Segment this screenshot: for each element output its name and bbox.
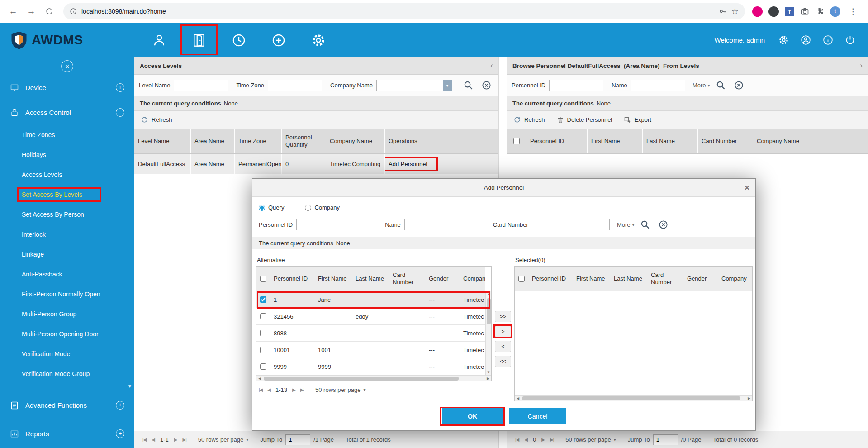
level-name-input[interactable]	[174, 80, 228, 91]
scroll-left-icon[interactable]: ◀	[256, 377, 263, 381]
search-icon[interactable]	[638, 217, 653, 232]
attendance-clock-module-icon[interactable]	[230, 31, 248, 49]
personnel-id-input[interactable]	[549, 80, 603, 91]
expand-toggle-icon[interactable]: +	[116, 83, 124, 92]
move-all-left-button[interactable]: <<	[495, 356, 511, 367]
sidebar-item-multi-person-group[interactable]: Multi-Person Group	[0, 304, 134, 324]
bookmark-star-icon[interactable]: ☆	[731, 6, 739, 16]
scroll-up-icon[interactable]: ▲	[487, 291, 490, 297]
sidebar-item-advanced-functions[interactable]: Advanced Functions +	[0, 393, 134, 418]
logout-power-icon[interactable]	[844, 34, 856, 46]
more-filters-button[interactable]: More ▾	[693, 82, 710, 89]
export-button[interactable]: Export	[624, 116, 651, 124]
scroll-right-icon[interactable]: ▶	[746, 396, 752, 400]
row-checkbox[interactable]	[260, 313, 266, 319]
refresh-button[interactable]: Refresh	[513, 116, 545, 124]
query-radio[interactable]: Query	[259, 204, 284, 211]
panel-collapse-icon[interactable]: ‹	[490, 61, 493, 70]
sidebar-item-verification-mode[interactable]: Verification Mode	[0, 344, 134, 364]
scroll-left-icon[interactable]: ◀	[515, 396, 521, 400]
personnel-module-icon[interactable]	[150, 31, 168, 49]
prev-page-icon[interactable]: ◀	[267, 387, 270, 392]
next-page-icon[interactable]: ▶	[541, 437, 545, 442]
clear-search-icon[interactable]	[656, 217, 671, 232]
last-page-icon[interactable]: ▶|	[300, 387, 304, 392]
row-checkbox[interactable]	[260, 330, 266, 336]
rows-per-page-select[interactable]: 50 rows per page ▾	[198, 436, 248, 443]
move-all-right-button[interactable]: >>	[495, 311, 511, 322]
select-dropdown-icon[interactable]: ▾	[443, 80, 452, 91]
jump-to-input[interactable]	[653, 434, 678, 445]
select-all-checkbox[interactable]	[513, 138, 520, 144]
horizontal-scrollbar[interactable]: ◀ ▶	[515, 395, 752, 401]
add-personnel-link[interactable]: Add Personnel	[389, 161, 427, 167]
scrollbar-thumb[interactable]	[264, 377, 459, 381]
company-radio-input[interactable]	[305, 205, 311, 211]
delete-personnel-button[interactable]: Delete Personnel	[557, 116, 612, 124]
password-key-icon[interactable]	[719, 7, 727, 15]
close-icon[interactable]: ×	[745, 183, 749, 193]
personnel-row[interactable]: 10001 1001 --- Timetec	[256, 342, 485, 358]
sidebar-item-first-person-normally-open[interactable]: First-Person Normally Open	[0, 284, 134, 304]
clear-search-icon[interactable]	[732, 78, 746, 93]
prev-page-icon[interactable]: ◀	[152, 437, 155, 442]
prev-page-icon[interactable]: ◀	[524, 437, 527, 442]
sidebar-item-anti-passback[interactable]: Anti-Passback	[0, 264, 134, 284]
personnel-row[interactable]: 1 Jane --- Timetec	[256, 291, 485, 308]
sidebar-collapse-button[interactable]: «	[61, 60, 73, 72]
info-icon[interactable]	[822, 34, 834, 46]
settings-gear-icon[interactable]	[778, 34, 790, 46]
panel-expand-icon[interactable]: ›	[860, 61, 863, 70]
scrollbar-thumb[interactable]	[487, 298, 491, 324]
row-checkbox[interactable]	[260, 347, 266, 353]
name-input[interactable]	[631, 80, 685, 91]
card-number-input[interactable]	[532, 219, 610, 230]
company-name-select[interactable]: ---------- ▾	[376, 80, 452, 91]
sidebar-item-set-access-by-levels[interactable]: Set Access By Levels	[0, 185, 134, 205]
cancel-button[interactable]: Cancel	[509, 408, 566, 424]
scroll-right-icon[interactable]: ▶	[485, 377, 491, 381]
access-level-row[interactable]: DefaultFullAccess Area Name PermanentOpe…	[134, 154, 498, 174]
expand-toggle-icon[interactable]: +	[116, 401, 124, 410]
search-icon[interactable]	[714, 78, 728, 93]
move-left-button[interactable]: <	[495, 341, 511, 352]
extensions-puzzle-icon[interactable]	[815, 7, 824, 16]
site-info-icon[interactable]	[70, 8, 77, 15]
refresh-button[interactable]: Refresh	[141, 116, 172, 124]
next-page-icon[interactable]: ▶	[174, 437, 177, 442]
extension-dark-icon[interactable]	[768, 6, 779, 17]
company-radio[interactable]: Company	[305, 204, 340, 211]
row-checkbox[interactable]	[260, 296, 266, 303]
move-right-button[interactable]: >	[495, 326, 511, 337]
rows-per-page-select[interactable]: 50 rows per page ▾	[315, 386, 365, 393]
name-input[interactable]	[404, 219, 482, 230]
sidebar-item-device[interactable]: Device +	[0, 75, 134, 100]
device-door-module-icon[interactable]	[190, 31, 208, 49]
query-radio-input[interactable]	[259, 205, 265, 211]
clear-search-icon[interactable]	[479, 78, 494, 93]
personnel-row[interactable]: 8988 --- Timetec	[256, 325, 485, 342]
sidebar-item-interlock[interactable]: Interlock	[0, 224, 134, 244]
browser-forward-button[interactable]: →	[24, 5, 38, 18]
expand-toggle-icon[interactable]: +	[116, 429, 124, 438]
scroll-down-icon[interactable]: ▼	[487, 369, 490, 375]
rows-per-page-select[interactable]: 50 rows per page ▾	[565, 436, 616, 443]
add-module-icon[interactable]	[270, 31, 288, 49]
scrollbar-thumb[interactable]	[522, 396, 740, 400]
sidebar-item-holidays[interactable]: Holidays	[0, 145, 134, 165]
next-page-icon[interactable]: ▶	[292, 387, 295, 392]
select-all-checkbox[interactable]	[518, 276, 525, 282]
personnel-row[interactable]: 321456 eddy --- Timetec	[256, 308, 485, 325]
sidebar-item-time-zones[interactable]: Time Zones	[0, 125, 134, 145]
address-bar[interactable]: localhost:8098/main.do?home ☆	[63, 3, 745, 19]
personnel-id-input[interactable]	[296, 219, 374, 230]
extension-facebook-icon[interactable]: f	[785, 7, 794, 16]
sidebar-item-access-control[interactable]: Access Control −	[0, 100, 134, 125]
sidebar-item-multi-person-opening-door[interactable]: Multi-Person Opening Door	[0, 324, 134, 344]
row-checkbox[interactable]	[260, 363, 266, 370]
browser-menu-icon[interactable]: ⋮	[846, 5, 860, 18]
horizontal-scrollbar[interactable]: ◀ ▶	[256, 375, 491, 381]
more-filters-button[interactable]: More ▾	[617, 221, 635, 228]
personnel-row[interactable]: 9999 9999 --- Timetec	[256, 358, 485, 375]
ok-button[interactable]: OK	[442, 408, 503, 424]
